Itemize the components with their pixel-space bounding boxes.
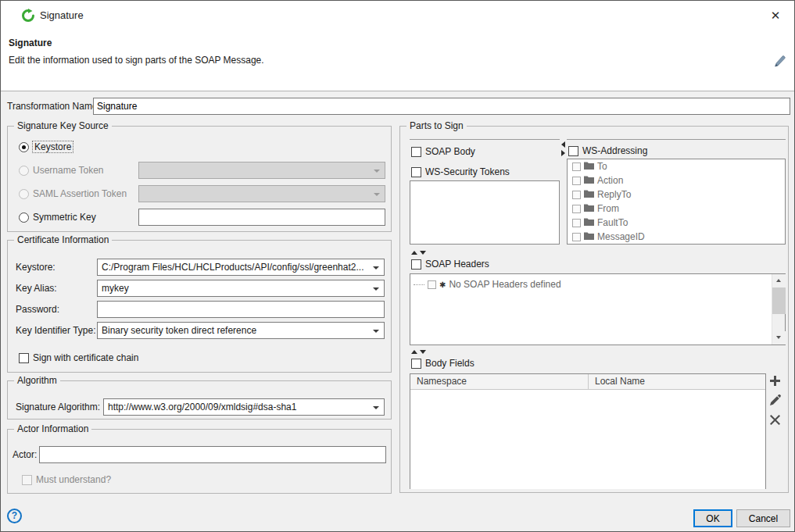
vertical-splitter[interactable] <box>560 139 567 248</box>
ws-addressing-item-faultto[interactable]: FaultTo <box>568 216 785 230</box>
ok-button[interactable]: OK <box>693 509 732 527</box>
tree-branch-line <box>414 284 424 285</box>
sign-with-chain-label[interactable]: Sign with certificate chain <box>33 352 138 363</box>
item-checkbox[interactable] <box>572 191 581 199</box>
ws-addressing-list[interactable]: To Action ReplyTo From <box>567 159 786 245</box>
group-actor-information: Actor Information Actor: Must understand… <box>7 429 392 494</box>
item-label: MessageID <box>597 231 645 242</box>
body-fields-table: Namespace Local Name <box>410 373 766 489</box>
header-description: Edit the information used to sign parts … <box>9 55 264 66</box>
signature-algorithm-combo-value: http://www.w3.org/2000/09/xmldsig#dsa-sh… <box>108 402 368 412</box>
folder-icon <box>584 231 594 242</box>
must-understand-row: Must understand? <box>22 471 111 488</box>
delete-button[interactable] <box>768 414 782 428</box>
algorithm-legend: Algorithm <box>14 375 60 386</box>
splitter-collapse-left-icon[interactable] <box>561 141 565 148</box>
key-identifier-type-combo[interactable]: Binary security token direct reference <box>97 322 385 339</box>
chevron-down-icon <box>373 330 379 333</box>
symmetric-key-radio[interactable] <box>19 212 29 223</box>
chevron-down-icon <box>373 287 379 291</box>
username-token-radio-label: Username Token <box>33 165 104 176</box>
soap-parts-panel: SOAP Body WS-Security Tokens <box>410 139 560 248</box>
folder-icon <box>584 175 594 186</box>
must-understand-checkbox <box>22 475 32 485</box>
splitter-collapse-down-icon[interactable] <box>420 350 426 354</box>
add-button[interactable] <box>768 375 782 389</box>
keystore-combo-value: C:/Program Files/HCL/HCLProducts/API/con… <box>102 262 368 273</box>
ws-security-tokens-list[interactable] <box>410 180 560 245</box>
folder-icon <box>584 189 594 200</box>
password-input[interactable] <box>97 301 385 318</box>
actor-information-legend: Actor Information <box>14 423 91 434</box>
key-identifier-type-label: Key Identifier Type: <box>16 325 96 336</box>
keystore-radio-label[interactable]: Keystore <box>33 141 73 152</box>
keystore-combo[interactable]: C:/Program Files/HCL/HCLProducts/API/con… <box>97 259 385 276</box>
ws-addressing-item-to[interactable]: To <box>568 159 785 173</box>
item-checkbox[interactable] <box>572 205 581 213</box>
ws-addressing-label[interactable]: WS-Addressing <box>582 145 647 156</box>
body-fields-checkbox[interactable] <box>411 359 421 369</box>
group-parts-to-sign: Parts to Sign SOAP Body WS-Security Toke… <box>399 126 789 493</box>
ws-addressing-item-from[interactable]: From <box>568 202 785 216</box>
item-checkbox[interactable] <box>572 233 581 241</box>
body-fields-row: Body Fields <box>411 355 474 372</box>
symmetric-key-radio-label[interactable]: Symmetric Key <box>33 212 96 223</box>
key-identifier-type-combo-value: Binary security token direct reference <box>102 325 368 336</box>
soap-body-checkbox[interactable] <box>411 147 421 157</box>
edit-button[interactable] <box>768 395 782 409</box>
ws-addressing-item-replyto[interactable]: ReplyTo <box>568 187 785 202</box>
soap-headers-checkbox[interactable] <box>411 259 421 270</box>
group-certificate-information: Certificate Information Keystore: C:/Pro… <box>7 240 392 373</box>
signature-algorithm-combo[interactable]: http://www.w3.org/2000/09/xmldsig#dsa-sh… <box>103 398 385 416</box>
symmetric-key-radio-row: Symmetric Key <box>19 209 96 226</box>
ws-security-tokens-label[interactable]: WS-Security Tokens <box>425 166 510 177</box>
ws-addressing-item-action[interactable]: Action <box>568 173 785 187</box>
scrollbar-thumb[interactable] <box>772 287 786 314</box>
transformation-name-input[interactable] <box>93 98 790 115</box>
title-bar: Signature ✕ <box>1 1 794 30</box>
must-understand-label: Must understand? <box>36 474 111 485</box>
splitter-collapse-right-icon[interactable] <box>561 150 565 156</box>
password-field-label: Password: <box>16 304 59 315</box>
signature-algorithm-label: Signature Algorithm: <box>16 402 100 412</box>
placeholder-label: No SOAP Headers defined <box>449 279 560 290</box>
soap-body-label[interactable]: SOAP Body <box>425 146 475 157</box>
soap-headers-tree[interactable]: ✱ No SOAP Headers defined <box>410 273 786 345</box>
body-fields-label[interactable]: Body Fields <box>425 358 474 369</box>
cancel-button[interactable]: Cancel <box>736 509 790 527</box>
folder-icon <box>584 203 594 214</box>
item-label: FaultTo <box>597 217 628 228</box>
table-header: Namespace Local Name <box>410 374 765 390</box>
keystore-radio[interactable] <box>19 142 29 152</box>
vertical-scrollbar[interactable] <box>772 274 785 345</box>
chevron-down-icon <box>374 170 380 173</box>
item-checkbox[interactable] <box>572 177 581 185</box>
soap-headers-label[interactable]: SOAP Headers <box>425 259 489 270</box>
scroll-down-button[interactable] <box>772 331 786 345</box>
dialog-header: Signature Edit the information used to s… <box>1 30 794 91</box>
saml-radio-row: SAML Assertion Token <box>19 185 127 202</box>
symmetric-key-input[interactable] <box>138 209 385 226</box>
ws-addressing-checkbox[interactable] <box>568 146 578 156</box>
sign-with-chain-checkbox[interactable] <box>19 353 29 363</box>
item-checkbox[interactable] <box>572 162 581 171</box>
username-token-combo <box>138 162 385 179</box>
key-alias-combo[interactable]: mykey <box>97 280 385 297</box>
ws-security-tokens-checkbox[interactable] <box>411 167 421 177</box>
splitter-collapse-down-icon[interactable] <box>420 251 426 255</box>
saml-assertion-radio <box>19 189 29 199</box>
item-checkbox[interactable] <box>572 219 581 227</box>
column-header-local-name: Local Name <box>589 374 645 389</box>
splitter-collapse-up-icon[interactable] <box>411 350 417 354</box>
close-button[interactable]: ✕ <box>765 6 786 25</box>
splitter-collapse-up-icon[interactable] <box>411 251 417 255</box>
folder-icon <box>584 217 594 228</box>
signature-pen-icon <box>773 54 787 67</box>
transformation-name-row: Transformation Name: <box>7 98 790 115</box>
keystore-radio-row: Keystore <box>19 138 73 155</box>
help-button[interactable]: ? <box>7 509 22 523</box>
table-body <box>410 390 765 489</box>
actor-input[interactable] <box>39 446 386 463</box>
scroll-up-button[interactable] <box>772 274 786 287</box>
ws-addressing-item-messageid[interactable]: MessageID <box>568 230 785 244</box>
